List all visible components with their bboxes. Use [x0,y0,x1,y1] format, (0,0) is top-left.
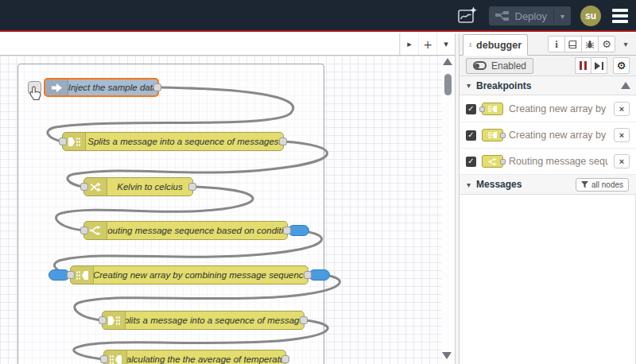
step-icon [595,62,603,70]
output-port[interactable] [300,316,308,324]
breakpoint-row[interactable]: Creating new array by combining message … [460,96,636,122]
output-port[interactable] [304,271,312,279]
assistant-flow-icon-svg [457,6,478,26]
filter-label: all nodes [591,180,623,189]
node-label: Calculating the the average of temperatu… [127,350,285,364]
sidebar-tab-buttons: i ⚙ [549,36,615,52]
breakpoints-scroll-up-icon[interactable] [621,82,630,89]
breakpoint-indicator-output[interactable] [308,269,330,281]
workspace-tab-tools: ▸ + ▾ [399,33,455,55]
breakpoints-title: Breakpoints [476,80,531,91]
collapse-chevron-icon: ▾ [467,81,471,90]
input-port[interactable] [80,227,88,234]
book-icon [568,40,578,49]
debugger-settings-button[interactable]: ⚙ [613,57,630,74]
header-bar: Deploy ▾ su [0,0,636,32]
inject-icon [45,79,68,95]
collapse-chevron-icon: ▾ [467,180,471,189]
toggle-icon [473,61,487,70]
node-red-window: Deploy ▾ su ▸ + ▾ [0,0,636,364]
node-label: Kelvin to celcius [107,178,192,196]
breakpoint-label: Creating new array by combining message … [509,103,608,114]
deploy-button[interactable]: Deploy ▾ [489,6,572,25]
node-change[interactable]: Kelvin to celcius [83,177,193,196]
input-port[interactable] [80,183,88,191]
deploy-dropdown-caret[interactable]: ▾ [560,12,564,21]
pause-step-group [576,57,607,74]
output-port[interactable] [279,137,287,145]
breakpoint-checkbox-checked[interactable] [466,157,476,167]
node-split-1[interactable]: Splits a message into a sequence of mess… [62,132,284,151]
deploy-label: Deploy [515,10,547,22]
sidebar-menu-caret-icon[interactable]: ▾ [619,36,633,52]
user-avatar[interactable]: su [580,6,601,26]
input-port[interactable] [59,137,67,145]
add-flow-button[interactable]: + [418,33,436,55]
debugger-toolbar: Enabled ⚙ [460,56,636,76]
node-switch[interactable]: Routing message sequence based on condit… [83,221,288,240]
tab-debugger[interactable]: debugger [463,34,528,56]
output-port[interactable] [153,83,161,91]
output-port[interactable] [188,183,196,191]
remove-breakpoint-button[interactable]: × [614,128,630,142]
node-label: Splits a message into a sequence of mess… [126,312,304,329]
assistant-flow-icon[interactable] [456,5,479,27]
main-menu-button[interactable] [611,6,630,26]
deploy-separator [553,10,554,22]
pause-icon [580,61,588,70]
debugger-toolbar-right: ⚙ [576,57,630,74]
remove-breakpoint-button[interactable]: × [614,154,630,168]
canvas-scrollbar-thumb[interactable] [444,74,452,95]
flask-icon [469,40,472,50]
flow-list-caret-icon[interactable]: ▾ [436,33,455,55]
join-node-input-icon [482,103,503,115]
settings-button[interactable]: ⚙ [598,36,615,52]
bug-icon [585,40,595,49]
debug-sidebar: debugger i ⚙ ▾ [460,33,636,364]
flow-canvas[interactable]: Inject the sample data Splits a message … [0,56,455,364]
output-port[interactable] [283,227,291,234]
node-label: Splits a message into a sequence of mess… [86,133,283,150]
docs-button[interactable] [564,36,582,52]
messages-section-header[interactable]: ▾ Messages all nodes [460,175,636,195]
breakpoint-checkbox-checked[interactable] [466,104,476,114]
node-join-1[interactable]: Creating new array by combining message … [70,265,308,285]
canvas-scroll-down-icon[interactable] [442,352,452,359]
canvas-scroll-up-icon[interactable] [443,58,452,65]
info-button[interactable]: i [548,36,565,52]
tab-scroll-right-icon[interactable]: ▸ [400,33,418,55]
switch-node-output-icon [482,155,503,168]
input-port[interactable] [67,271,75,279]
sidebar-tab-row: debugger i ⚙ ▾ [460,33,636,56]
node-inject[interactable]: Inject the sample data [44,78,159,97]
breakpoint-label: Routing message sequence based on condit… [509,156,608,167]
breakpoint-row[interactable]: Creating new array by combining message … [460,122,636,149]
debugger-enabled-toggle[interactable]: Enabled [466,58,533,74]
pause-button[interactable] [575,57,591,74]
tab-debugger-label: debugger [476,40,522,51]
remove-breakpoint-button[interactable]: × [614,102,630,116]
funnel-icon [581,181,588,188]
node-label: Routing message sequence based on condit… [107,222,287,239]
mouse-hand-cursor [29,86,43,104]
messages-filter-button[interactable]: all nodes [576,178,629,192]
breakpoint-checkbox-checked[interactable] [466,130,476,141]
node-split-2[interactable]: Splits a message into a sequence of mess… [102,311,304,330]
input-port[interactable] [99,316,107,324]
input-port[interactable] [100,355,108,363]
output-port[interactable] [281,355,289,363]
breakpoint-row[interactable]: Routing message sequence based on condit… [460,149,636,175]
breakpoint-label: Creating new array by combining message … [509,130,608,141]
messages-title: Messages [476,179,522,190]
deploy-icon [495,11,509,21]
step-button[interactable] [591,57,607,74]
workspace-tab-bar: ▸ + ▾ [0,33,455,56]
join-node-output-icon [482,129,503,141]
node-join-2[interactable]: Calculating the the average of temperatu… [103,350,286,364]
node-label: Creating new array by combining message … [94,266,308,284]
breakpoint-indicator-output[interactable] [288,225,309,236]
node-label: Inject the sample data [68,79,157,95]
enabled-label: Enabled [491,60,526,72]
debug-bug-button[interactable] [581,36,599,52]
breakpoints-section-header[interactable]: ▾ Breakpoints [460,76,636,95]
